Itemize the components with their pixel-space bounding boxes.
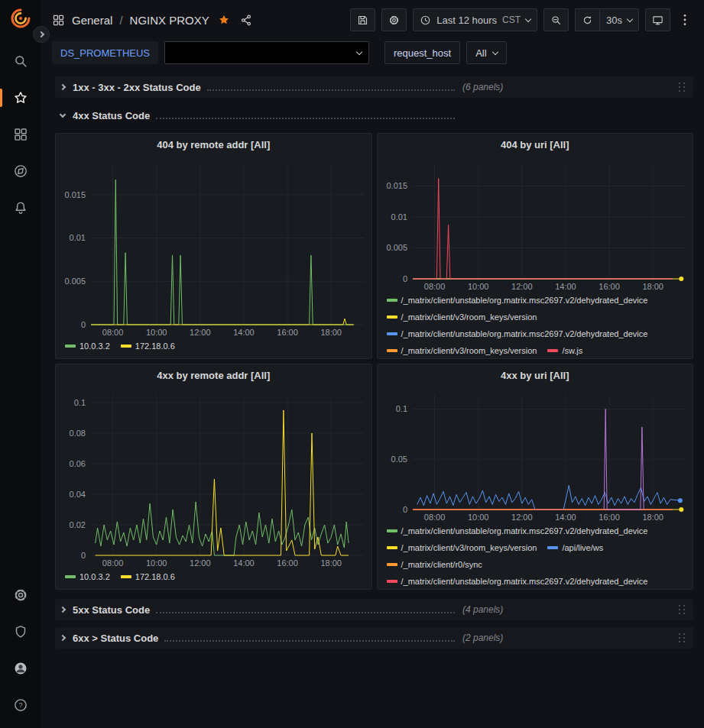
legend-item[interactable]: /api/live/ws: [547, 540, 603, 555]
legend-swatch: [387, 529, 397, 532]
star-filled-icon: [218, 14, 230, 26]
svg-text:18:00: 18:00: [320, 558, 342, 568]
zoom-out-time-button[interactable]: [543, 8, 569, 31]
legend-swatch: [387, 299, 397, 302]
datasource-select[interactable]: [164, 41, 369, 64]
row-5xx[interactable]: 5xx Status Code (4 panels): [55, 599, 693, 620]
legend-item[interactable]: /_matrix/client/v3/room_keys/version: [387, 309, 537, 325]
chevron-right-icon: [60, 84, 66, 90]
grafana-app: ? General / NGINX PROXY: [0, 0, 704, 728]
svg-text:14:00: 14:00: [555, 513, 576, 522]
top-navbar: General / NGINX PROXY L: [41, 0, 704, 40]
legend-item[interactable]: 10.0.3.2: [65, 338, 110, 354]
svg-text:0.01: 0.01: [391, 212, 407, 222]
avatar: [13, 661, 28, 676]
dashboard-settings-button[interactable]: [381, 8, 407, 31]
sidebar-item-configuration[interactable]: [0, 577, 41, 613]
sidebar-item-search[interactable]: [0, 43, 41, 79]
search-icon: [13, 53, 28, 69]
svg-text:0.005: 0.005: [386, 243, 407, 252]
time-range-picker[interactable]: Last 12 hours CST: [413, 8, 537, 31]
dotted-leader: [207, 89, 455, 91]
svg-text:08:00: 08:00: [102, 328, 124, 337]
panel-title[interactable]: 404 by uri [All]: [378, 134, 693, 157]
svg-text:08:00: 08:00: [102, 558, 124, 568]
breadcrumb: General / NGINX PROXY: [52, 12, 255, 28]
panel-legend: /_matrix/client/unstable/org.matrix.msc2…: [378, 293, 693, 358]
legend-item[interactable]: 172.18.0.6: [121, 569, 175, 584]
legend-item[interactable]: /_matrix/client/unstable/org.matrix.msc2…: [387, 326, 648, 341]
apps-grid-icon: [52, 14, 65, 27]
timeseries-chart[interactable]: 08:0010:0012:0014:0016:0018:0000.0050.01…: [56, 157, 371, 338]
svg-text:12:00: 12:00: [511, 513, 533, 522]
sidebar-item-profile[interactable]: [0, 650, 41, 687]
dotted-leader: [156, 118, 455, 119]
star-icon: [13, 90, 28, 105]
breadcrumb-section[interactable]: General: [72, 14, 112, 27]
breadcrumb-dashboard-title[interactable]: NGINX PROXY: [130, 14, 209, 27]
panel-title[interactable]: 4xx by uri [All]: [378, 364, 693, 387]
svg-text:08:00: 08:00: [423, 513, 445, 522]
sidebar-item-server-admin[interactable]: [0, 613, 41, 650]
monitor-icon: [652, 15, 663, 26]
svg-text:0.05: 0.05: [391, 455, 407, 464]
panel-title[interactable]: 404 by remote addr [All]: [56, 134, 371, 157]
legend-swatch: [387, 349, 397, 352]
svg-text:12:00: 12:00: [511, 282, 533, 291]
timeseries-chart[interactable]: 08:0010:0012:0014:0016:0018:0000.020.040…: [56, 387, 371, 569]
row-title: 5xx Status Code: [73, 604, 150, 616]
chevron-down-icon: [627, 15, 633, 21]
refresh-interval-label: 30s: [606, 15, 622, 26]
grafana-logo[interactable]: [10, 8, 31, 29]
sidebar-item-alerting[interactable]: [0, 189, 41, 226]
svg-text:16:00: 16:00: [599, 513, 620, 522]
breadcrumb-separator: /: [119, 14, 122, 27]
legend-swatch: [121, 575, 131, 578]
legend-item[interactable]: /_matrix/client/v3/room_keys/version: [387, 540, 537, 555]
favorite-star-button[interactable]: [216, 12, 232, 28]
dashboard-canvas: 1xx - 3xx - 2xx Status Code (6 panels) 4…: [41, 72, 704, 728]
save-dashboard-button[interactable]: [350, 8, 375, 31]
legend-item[interactable]: 172.18.0.6: [121, 338, 175, 354]
row-drag-handle[interactable]: [679, 633, 686, 643]
legend-swatch: [65, 345, 76, 348]
legend-item[interactable]: /_matrix/client/v3/room_keys/version: [387, 343, 537, 358]
main-area: General / NGINX PROXY L: [41, 0, 704, 728]
legend-item[interactable]: /_matrix/client/unstable/org.matrix.msc2…: [387, 574, 648, 589]
sidebar-item-help[interactable]: ?: [0, 687, 41, 723]
sidebar-item-starred[interactable]: [0, 79, 41, 116]
svg-text:0: 0: [402, 274, 407, 283]
timezone-label: CST: [502, 15, 521, 25]
sidebar-item-explore[interactable]: [0, 153, 41, 189]
sidebar-item-dashboards[interactable]: [0, 116, 41, 153]
row-6xx[interactable]: 6xx > Status Code (2 panels): [55, 627, 693, 649]
refresh-interval-picker[interactable]: 30s: [599, 8, 639, 31]
more-options-button[interactable]: [676, 13, 693, 27]
legend-swatch: [387, 546, 397, 549]
legend-item[interactable]: 10.0.3.2: [65, 569, 110, 584]
panel-title[interactable]: 4xx by remote addr [All]: [56, 364, 371, 387]
request-host-select[interactable]: All: [466, 41, 506, 64]
cycle-view-mode-button[interactable]: [645, 8, 670, 31]
row-drag-handle[interactable]: [679, 83, 686, 92]
refresh-dashboard-button[interactable]: [575, 8, 599, 31]
svg-text:14:00: 14:00: [555, 282, 576, 291]
timeseries-chart[interactable]: 08:0010:0012:0014:0016:0018:0000.0050.01…: [378, 157, 693, 293]
legend-item[interactable]: /sw.js: [547, 343, 582, 358]
legend-item[interactable]: /_matrix/client/unstable/org.matrix.msc2…: [387, 293, 648, 308]
panel-grid: 404 by remote addr [All] 08:0010:0012:00…: [55, 133, 693, 590]
share-dashboard-button[interactable]: [238, 12, 255, 28]
row-1xx-3xx-2xx[interactable]: 1xx - 3xx - 2xx Status Code (6 panels): [55, 76, 693, 98]
chevron-down-icon: [60, 111, 66, 117]
legend-item[interactable]: /_matrix/client/unstable/org.matrix.msc2…: [387, 523, 648, 539]
row-4xx[interactable]: 4xx Status Code: [55, 105, 693, 126]
row-title: 6xx > Status Code: [73, 633, 158, 644]
svg-text:10:00: 10:00: [467, 282, 488, 291]
svg-text:0.02: 0.02: [70, 520, 86, 529]
sidebar-expand-button[interactable]: [33, 26, 50, 43]
legend-item[interactable]: /_matrix/client/r0/sync: [387, 557, 482, 572]
panel-legend: /_matrix/client/unstable/org.matrix.msc2…: [378, 523, 693, 589]
row-drag-handle[interactable]: [679, 605, 686, 615]
timeseries-chart[interactable]: 08:0010:0012:0014:0016:0018:0000.050.1: [378, 387, 693, 523]
compass-icon: [13, 163, 28, 179]
